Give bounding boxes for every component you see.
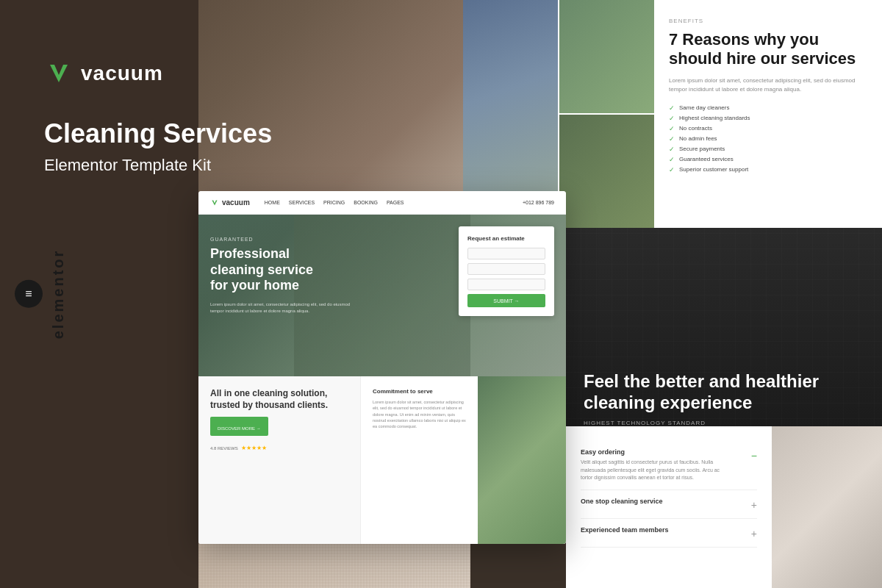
lower-left-title: All in one cleaning solution, trusted by… — [210, 388, 348, 411]
check-icon: ✓ — [669, 135, 675, 143]
faq-section: Easy ordering Velit aliquet sagittis id … — [566, 426, 882, 588]
reviews-row: 4.8 REVIEWS ★★★★★ — [210, 445, 348, 451]
brand-logo: vacuum — [44, 59, 272, 88]
check-icon: ✓ — [669, 146, 675, 153]
form-title: Request an estimate — [467, 235, 545, 242]
nav-link-pricing[interactable]: PRICING — [323, 200, 345, 205]
lower-right-image — [478, 376, 566, 544]
elementor-icon-symbol: ≡ — [25, 287, 32, 301]
mockup-nav: vacuum HOME SERVICES PRICING BOOKING PAG… — [198, 191, 566, 215]
dark-panel-badge: HIGHEST TECHNOLOGY STANDARD — [584, 420, 819, 426]
lower-btn-label: DISCOVER MORE → — [218, 426, 261, 431]
brand-title-line1: Cleaning Services — [44, 118, 272, 149]
check-icon: ✓ — [669, 115, 675, 122]
benefits-list-item: ✓Highest cleaning standards — [669, 113, 867, 123]
check-icon: ✓ — [669, 166, 675, 173]
form-phone-input[interactable] — [467, 279, 545, 290]
faq-item-3-icon: + — [751, 528, 757, 539]
lower-left-content: All in one cleaning solution, trusted by… — [198, 376, 360, 544]
lower-discover-button[interactable]: DISCOVER MORE → — [210, 417, 268, 436]
website-mockup: vacuum HOME SERVICES PRICING BOOKING PAG… — [198, 191, 566, 544]
benefits-description: Lorem ipsum dolor sit amet, consectetur … — [669, 76, 867, 94]
dark-panel-content: Feel the better and healthier cleaning e… — [584, 371, 819, 426]
dark-panel-title: Feel the better and healthier cleaning e… — [584, 371, 819, 414]
faq-item-1-title: Easy ordering — [581, 448, 728, 456]
faq-item-3[interactable]: Experienced team members + — [581, 519, 757, 548]
commitment-title: Commitment to serve — [373, 388, 466, 395]
nav-link-pages[interactable]: PAGES — [387, 200, 404, 205]
estimate-form: Request an estimate SUBMIT → — [459, 226, 554, 316]
mockup-logo-text: vacuum — [222, 198, 250, 207]
vacuum-logo-icon — [44, 59, 74, 88]
lower-middle-content: Commitment to serve Lorem ipsum dolor si… — [360, 376, 478, 544]
hero-badge: GUARANTEED — [210, 237, 357, 242]
elementor-icon: ≡ — [15, 280, 43, 308]
faq-item-1[interactable]: Easy ordering Velit aliquet sagittis id … — [581, 441, 757, 490]
form-submit-button[interactable]: SUBMIT → — [467, 294, 545, 307]
benefit-image-spray — [559, 0, 654, 113]
mockup-logo-icon — [210, 198, 219, 207]
mockup-lower-section: All in one cleaning solution, trusted by… — [198, 376, 566, 544]
form-name-input[interactable] — [467, 248, 545, 259]
brand-name: vacuum — [81, 62, 163, 85]
benefits-list-item: ✓Same day cleaners — [669, 103, 867, 113]
faq-item-1-desc: Velit aliquet sagittis id consectetur pu… — [581, 459, 728, 482]
elementor-label: elementor — [50, 249, 67, 340]
nav-link-booking[interactable]: BOOKING — [354, 200, 378, 205]
benefits-title: 7 Reasons why you should hire our servic… — [669, 30, 867, 69]
check-icon: ✓ — [669, 104, 675, 112]
nav-link-services[interactable]: SERVICES — [289, 200, 315, 205]
mockup-nav-links: HOME SERVICES PRICING BOOKING PAGES — [265, 200, 404, 205]
hero-content: GUARANTEED Professional cleaning service… — [210, 237, 357, 315]
elementor-branding: ≡ elementor — [15, 249, 67, 340]
stars-icon: ★★★★★ — [241, 445, 267, 451]
check-icon: ✓ — [669, 156, 675, 163]
mockup-phone: +012 896 789 — [523, 200, 554, 205]
benefits-list-item: ✓No admin fees — [669, 134, 867, 144]
faq-image — [772, 426, 882, 588]
faq-item-3-title: Experienced team members — [581, 526, 669, 534]
hero-title: Professional cleaning service for your h… — [210, 246, 357, 294]
faq-item-1-icon: − — [751, 450, 757, 462]
check-icon: ✓ — [669, 125, 675, 132]
reviews-count: 4.8 REVIEWS — [210, 446, 238, 451]
benefits-list-item: ✓Superior customer support — [669, 165, 867, 175]
form-email-input[interactable] — [467, 263, 545, 275]
nav-link-home[interactable]: HOME — [265, 200, 280, 205]
mockup-hero: GUARANTEED Professional cleaning service… — [198, 215, 566, 376]
benefits-list-item: ✓Guaranteed services — [669, 154, 867, 165]
benefits-list-item: ✓Secure payments — [669, 144, 867, 154]
benefits-list-item: ✓No contracts — [669, 123, 867, 134]
faq-item-2[interactable]: One stop cleaning service + — [581, 490, 757, 519]
faq-item-2-title: One stop cleaning service — [581, 498, 663, 505]
benefits-label: BENEFITS — [669, 18, 867, 24]
brand-title-line2: Elementor Template Kit — [44, 155, 272, 176]
form-submit-label: SUBMIT → — [493, 298, 519, 304]
brand-section: vacuum Cleaning Services Elementor Templ… — [44, 59, 272, 176]
hero-title-line3: for your home — [210, 278, 299, 293]
benefits-list: ✓Same day cleaners✓Highest cleaning stan… — [669, 103, 867, 175]
benefits-content: BENEFITS 7 Reasons why you should hire o… — [654, 0, 882, 228]
lower-right-img-bg — [478, 376, 566, 544]
hero-title-line2: cleaning service — [210, 262, 313, 277]
commitment-description: Lorem ipsum dolor sit amet, consectetur … — [373, 399, 466, 429]
mockup-nav-logo: vacuum — [210, 198, 250, 207]
dark-panel-title-line1: Feel the better and healthier — [584, 371, 819, 391]
faq-image-bg — [772, 426, 882, 588]
faq-content: Easy ordering Velit aliquet sagittis id … — [566, 426, 772, 588]
dark-panel-title-line2: cleaning experience — [584, 392, 752, 412]
hero-title-line1: Professional — [210, 246, 290, 261]
benefit-image-cleaning — [559, 115, 654, 228]
hero-description: Lorem ipsum dolor sit amet, consectetur … — [210, 301, 357, 315]
faq-item-2-icon: + — [751, 499, 757, 511]
